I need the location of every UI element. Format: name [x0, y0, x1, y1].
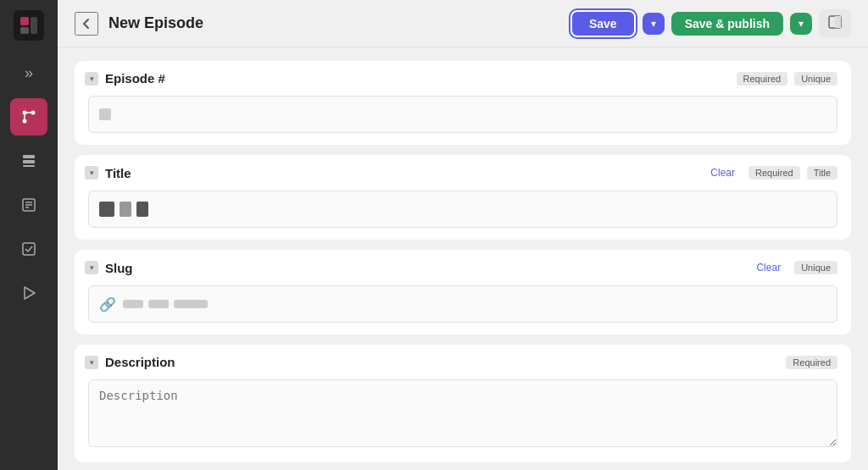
sidebar-item-checklist[interactable] — [10, 230, 47, 268]
svg-rect-0 — [20, 17, 29, 25]
save-dropdown-icon: ▾ — [651, 18, 656, 30]
sidebar-item-play[interactable] — [10, 274, 47, 312]
svg-rect-10 — [23, 165, 35, 167]
number-placeholder — [99, 108, 111, 120]
main-content: New Episode Save ▾ Save & publish ▾ ▾ — [58, 0, 868, 470]
sidebar-item-branch[interactable] — [10, 98, 47, 135]
badge-required-description: Required — [786, 356, 837, 369]
field-description: ▾ Description Required — [75, 345, 851, 462]
label-slug: Slug — [105, 261, 743, 275]
label-description: Description — [105, 355, 779, 369]
input-area-description — [75, 376, 851, 462]
svg-point-5 — [23, 119, 27, 124]
back-button[interactable] — [75, 12, 98, 36]
field-title: ▾ Title Clear Required Title — [75, 155, 851, 240]
publish-dropdown-button[interactable]: ▾ — [790, 13, 812, 35]
collapse-episode-number[interactable]: ▾ — [85, 72, 98, 86]
branch-icon — [20, 108, 37, 125]
edit-icon — [20, 196, 37, 213]
view-button[interactable] — [819, 9, 851, 37]
title-rich-input[interactable] — [88, 191, 837, 228]
slug-dot-2 — [148, 300, 169, 308]
clear-title-button[interactable]: Clear — [704, 165, 742, 180]
back-arrow-icon — [80, 17, 93, 30]
svg-rect-9 — [23, 160, 35, 163]
field-header-description: ▾ Description Required — [75, 345, 851, 376]
checklist-icon — [20, 241, 37, 257]
description-input[interactable] — [88, 379, 837, 447]
clear-slug-button[interactable]: Clear — [749, 260, 787, 275]
label-title: Title — [105, 166, 697, 180]
collapse-description[interactable]: ▾ — [85, 356, 98, 369]
field-header-episode-number: ▾ Episode # Required Unique — [75, 61, 851, 92]
slug-content — [123, 300, 208, 308]
svg-marker-16 — [25, 287, 35, 299]
episode-number-input[interactable] — [88, 96, 837, 133]
svg-rect-2 — [31, 17, 37, 34]
page-title: New Episode — [108, 14, 560, 32]
save-publish-button[interactable]: Save & publish — [671, 12, 783, 36]
svg-rect-1 — [20, 27, 29, 34]
rich-block-3 — [136, 202, 148, 217]
input-area-slug: 🔗 — [75, 282, 851, 335]
slug-dot-1 — [123, 300, 143, 308]
expand-icon: » — [25, 64, 33, 82]
field-episode-number: ▾ Episode # Required Unique — [75, 61, 851, 145]
input-area-episode — [75, 92, 851, 145]
view-icon — [827, 14, 843, 30]
rich-block-1 — [99, 202, 114, 217]
rich-block-2 — [120, 202, 131, 217]
badge-unique-episode: Unique — [794, 72, 837, 86]
slug-input[interactable]: 🔗 — [88, 285, 837, 323]
collapse-title[interactable]: ▾ — [85, 166, 98, 180]
badge-unique-slug: Unique — [794, 261, 837, 274]
label-episode-number: Episode # — [105, 71, 730, 86]
sidebar-item-edit[interactable] — [10, 186, 47, 224]
badge-required-episode: Required — [737, 72, 788, 86]
play-icon — [20, 285, 37, 301]
sidebar-expand[interactable]: » — [10, 54, 47, 91]
save-button[interactable]: Save — [570, 10, 636, 37]
collapse-slug[interactable]: ▾ — [85, 261, 98, 274]
field-header-title: ▾ Title Clear Required Title — [75, 155, 851, 187]
link-icon: 🔗 — [99, 296, 116, 312]
content-area: ▾ Episode # Required Unique ▾ Title Clea… — [58, 47, 868, 470]
svg-point-4 — [31, 111, 36, 115]
sidebar-item-layers[interactable] — [10, 142, 47, 180]
page-header: New Episode Save ▾ Save & publish ▾ — [58, 0, 868, 47]
publish-dropdown-icon: ▾ — [798, 18, 804, 30]
save-dropdown-button[interactable]: ▾ — [643, 13, 665, 35]
layers-icon — [20, 152, 37, 169]
badge-title-type: Title — [807, 166, 837, 180]
field-slug: ▾ Slug Clear Unique 🔗 — [75, 250, 851, 335]
svg-rect-8 — [23, 155, 35, 158]
badge-required-title: Required — [748, 166, 800, 180]
app-logo — [14, 10, 44, 41]
slug-dot-3 — [174, 300, 208, 308]
field-header-slug: ▾ Slug Clear Unique — [75, 250, 851, 282]
svg-point-3 — [23, 111, 27, 115]
sidebar: » — [0, 0, 58, 470]
input-area-title — [75, 187, 851, 240]
header-actions: Save ▾ Save & publish ▾ — [570, 9, 851, 37]
svg-rect-18 — [835, 16, 841, 28]
svg-rect-15 — [23, 243, 35, 255]
